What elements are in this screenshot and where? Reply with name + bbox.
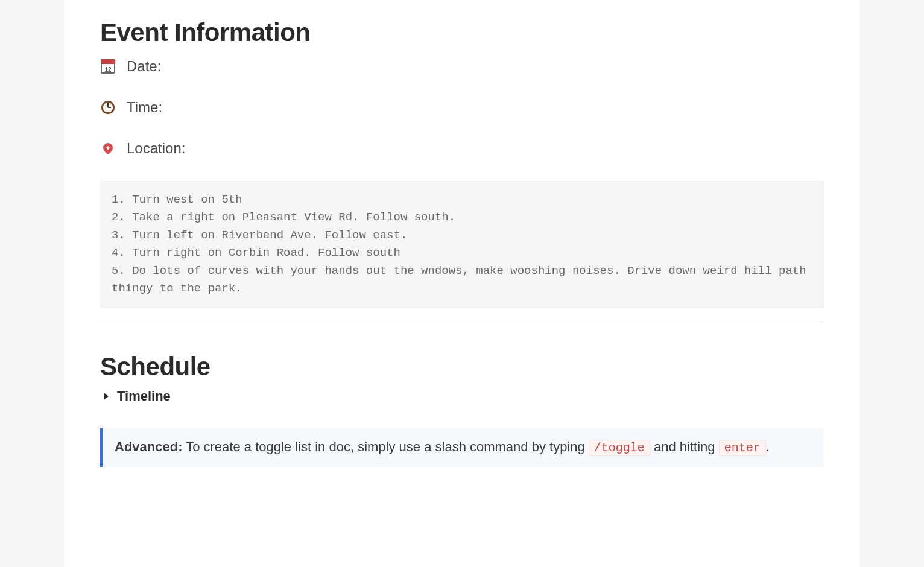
event-date-row[interactable]: Date: [100, 58, 824, 75]
clock-icon [100, 100, 116, 115]
advanced-tip-callout: Advanced: To create a toggle list in doc… [100, 428, 824, 467]
event-location-label: Location: [127, 140, 185, 157]
enter-key-code: enter [719, 440, 766, 456]
event-information-heading: Event Information [100, 18, 824, 47]
event-date-label: Date: [127, 58, 161, 75]
timeline-toggle-label: Timeline [117, 388, 171, 404]
callout-text-1: To create a toggle list in doc, simply u… [182, 439, 588, 454]
callout-text-2: and hitting [650, 439, 719, 454]
schedule-heading: Schedule [100, 352, 824, 381]
document-page: Event Information Date: Time: Location: … [64, 0, 860, 567]
event-time-label: Time: [127, 99, 162, 116]
callout-strong: Advanced: [115, 439, 182, 454]
event-time-row[interactable]: Time: [100, 99, 824, 116]
directions-code-block[interactable]: 1. Turn west on 5th 2. Take a right on P… [100, 181, 824, 308]
event-location-row[interactable]: Location: [100, 140, 824, 157]
slash-toggle-code: /toggle [589, 440, 650, 456]
timeline-toggle[interactable]: Timeline [100, 388, 824, 404]
calendar-icon [100, 59, 116, 74]
callout-text-3: . [766, 439, 770, 454]
pin-icon [100, 141, 116, 156]
caret-right-icon [104, 393, 109, 400]
section-divider [100, 322, 824, 322]
